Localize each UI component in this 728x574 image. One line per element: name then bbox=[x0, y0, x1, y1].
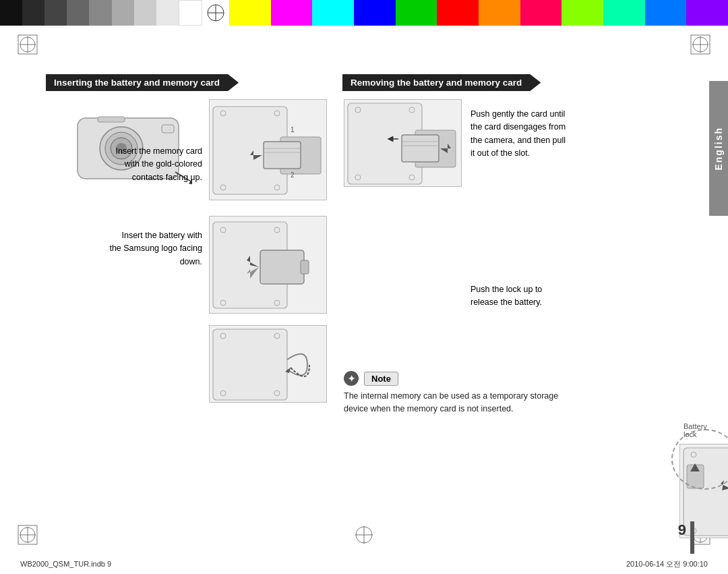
page-number-bar bbox=[690, 521, 694, 554]
reg-mark-bottom-center bbox=[353, 524, 375, 546]
reg-mark-top-center bbox=[206, 3, 226, 23]
page-number: 9 bbox=[678, 521, 686, 539]
svg-rect-27 bbox=[162, 125, 174, 133]
svg-rect-32 bbox=[264, 142, 301, 169]
bottom-bar: WB2000_QSM_TUR.indb 9 2010-06-14 오전 9:00… bbox=[0, 554, 728, 574]
reg-mark-top-left bbox=[17, 34, 38, 55]
svg-text:2: 2 bbox=[291, 171, 295, 179]
top-color-bar bbox=[0, 0, 728, 26]
battery-lock-label: Battery lock bbox=[684, 422, 707, 438]
memory-card-instruction: Insert the memory card with the gold-col… bbox=[57, 145, 202, 184]
note-icon: ✦ bbox=[344, 371, 359, 386]
reg-mark-top-right bbox=[690, 34, 711, 55]
remove-section-title: Removing the battery and memory card bbox=[342, 74, 541, 91]
svg-rect-28 bbox=[98, 117, 125, 122]
svg-rect-44 bbox=[301, 260, 309, 274]
battery-insert-diagram: Battery bbox=[209, 216, 327, 314]
battery-instruction: Insert the battery with the Samsung logo… bbox=[57, 229, 202, 268]
memory-card-insert-diagram: 1 2 Memory card bbox=[209, 99, 327, 200]
left-section-header: Inserting the battery and memory card bbox=[46, 74, 329, 91]
note-text: The internal memory can be used as a tem… bbox=[344, 390, 647, 416]
bottom-left-text: WB2000_QSM_TUR.indb 9 bbox=[20, 560, 111, 568]
language-label: English bbox=[713, 127, 724, 171]
memory-card-remove-instruction: Push gently the card until the card dise… bbox=[471, 108, 646, 161]
insert-section-title: Inserting the battery and memory card bbox=[46, 74, 239, 91]
note-section: ✦ Note The internal memory can be used a… bbox=[344, 371, 647, 416]
svg-rect-51 bbox=[213, 329, 287, 400]
note-label: Note bbox=[364, 372, 398, 386]
svg-rect-43 bbox=[260, 250, 304, 284]
language-tab: English bbox=[709, 81, 728, 216]
memory-card-remove-diagram: Memory card bbox=[344, 99, 462, 187]
right-section-header: Removing the battery and memory card bbox=[342, 74, 646, 91]
battery-remove-instruction: Push the lock up to release the battery. bbox=[471, 283, 646, 310]
reg-mark-bottom-left bbox=[17, 524, 38, 546]
cover-close-diagram bbox=[209, 325, 327, 403]
bottom-right-text: 2010-06-14 오전 9:00:10 bbox=[626, 559, 708, 569]
svg-rect-59 bbox=[402, 135, 439, 162]
svg-text:1: 1 bbox=[291, 126, 295, 134]
battery-remove-diagram-container: Battery lock Battery bbox=[336, 214, 484, 333]
